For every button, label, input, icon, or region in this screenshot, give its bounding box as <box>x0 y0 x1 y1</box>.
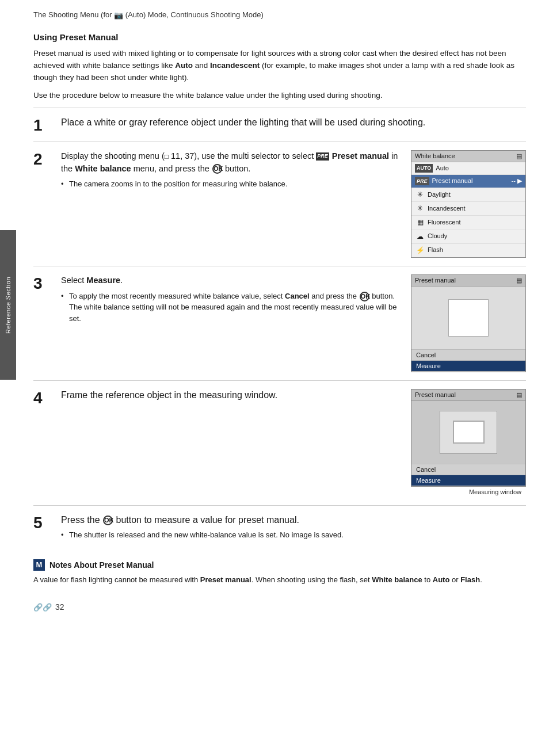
wb-label-preset: Preset manual <box>432 176 473 186</box>
step-4-main: Frame the reference object in the measur… <box>61 389 526 497</box>
white-balance-screen: White balance ▤ AUTO Auto PRE P <box>411 150 526 258</box>
step-3-bullet: To apply the most recently measured whit… <box>61 291 401 324</box>
side-tab: Reference Section <box>0 230 16 380</box>
wb-screen-icon: ▤ <box>516 152 522 160</box>
steps-container: 1 Place a white or gray reference object… <box>33 108 526 505</box>
intro-paragraph-1: Preset manual is used with mixed lightin… <box>33 48 526 84</box>
wb-icon-flash: ⚡ <box>415 245 425 256</box>
step-4-screen-wrapper: Preset manual ▤ Cancel <box>411 389 526 497</box>
notes-section: M Notes About Preset Manual A value for … <box>33 559 526 586</box>
preset-screen-3-header: Preset manual ▤ <box>411 275 525 287</box>
step-2-title: Display the shooting menu (□ 11, 37), us… <box>61 150 401 175</box>
step-3-text: Select Measure. To apply the most recent… <box>61 274 401 324</box>
intro-paragraph-2: Use the procedure below to measure the w… <box>33 90 526 102</box>
preset-screen-4-icon: ▤ <box>516 391 522 399</box>
step-1-content: Place a white or gray reference object u… <box>61 116 526 132</box>
step-5: 5 Press the OK button to measure a value… <box>33 505 526 549</box>
preset-manual-screen-3: Preset manual ▤ Cancel Measure <box>411 274 526 372</box>
step-2-text: Display the shooting menu (□ 11, 37), us… <box>61 150 401 190</box>
step-5-title: Press the OK button to measure a value f… <box>61 514 526 526</box>
step-4-number: 4 <box>33 389 61 406</box>
wb-screen-header: White balance ▤ <box>411 151 525 162</box>
measure-outer <box>440 411 497 454</box>
notes-title-row: M Notes About Preset Manual <box>33 559 526 571</box>
step-1: 1 Place a white or gray reference object… <box>33 108 526 142</box>
wb-label-fluorescent: Fluorescent <box>428 217 460 228</box>
wb-badge-pre: PRE <box>415 177 429 185</box>
wb-row-fluorescent: ▦ Fluorescent <box>411 216 525 230</box>
wb-label-auto: Auto <box>436 163 449 174</box>
notes-icon: M <box>33 559 45 571</box>
wb-label-flash: Flash <box>428 245 443 255</box>
ok-button-icon-3: OK <box>103 516 113 525</box>
preset-measure-row: Measure <box>411 361 525 372</box>
notes-body: A value for flash lighting cannot be mea… <box>33 574 526 586</box>
side-tab-label: Reference Section <box>5 277 12 334</box>
step-5-content: Press the OK button to measure a value f… <box>61 514 526 541</box>
wb-icon-cloudy: ☁ <box>415 231 425 242</box>
preset-viewfinder-3 <box>411 287 525 350</box>
step-3: 3 Select Measure. To apply the most rece… <box>33 266 526 380</box>
wb-badge-auto: AUTO <box>415 164 433 172</box>
ok-button-icon: OK <box>212 164 222 174</box>
preset-footer-3: Cancel Measure <box>411 350 525 372</box>
step-4-title: Frame the reference object in the measur… <box>61 389 401 402</box>
main-content: The Shooting Menu (for 📷 (Auto) Mode, Co… <box>16 0 549 623</box>
wb-row-incandescent: ✳ Incandescent <box>411 202 525 216</box>
preset-viewfinder-4 <box>411 401 525 464</box>
wb-label-cloudy: Cloudy <box>428 231 447 242</box>
step-4-text: Frame the reference object in the measur… <box>61 389 401 405</box>
step-2-content: Display the shooting menu (□ 11, 37), us… <box>61 150 526 258</box>
preset-manual-screen-4: Preset manual ▤ Cancel <box>411 389 526 487</box>
preset-screen-4-title: Preset manual <box>415 391 456 399</box>
step-5-number: 5 <box>33 514 61 531</box>
wb-arrow-preset: -- ▶ <box>512 176 522 186</box>
camera-icon: 📷 <box>114 11 123 20</box>
preset-measure-row-4: Measure <box>411 475 525 486</box>
wb-screen-title: White balance <box>415 152 455 159</box>
step-4-content: Frame the reference object in the measur… <box>61 389 526 497</box>
page-wrapper: Reference Section The Shooting Menu (for… <box>0 0 549 756</box>
preset-cancel-row-4: Cancel <box>411 464 525 475</box>
notes-title: Notes About Preset Manual <box>49 560 154 570</box>
wb-row-auto: AUTO Auto <box>411 162 525 175</box>
preset-white-box <box>448 299 489 337</box>
page-footer: 🔗🔗 32 <box>33 602 526 612</box>
step-3-content: Select Measure. To apply the most recent… <box>61 274 526 372</box>
step-3-number: 3 <box>33 274 61 292</box>
wb-label-daylight: Daylight <box>428 190 451 200</box>
wb-screen-body: AUTO Auto PRE Preset manual -- ▶ ✳ <box>411 162 525 257</box>
step-5-bullet: The shutter is released and the new whit… <box>61 529 526 541</box>
step-2-bullet: The camera zooms in to the position for … <box>61 178 401 190</box>
preset-screen-3-title: Preset manual <box>415 277 456 284</box>
step-1-number: 1 <box>33 116 61 133</box>
wb-label-incandescent: Incandescent <box>428 204 465 214</box>
section-title: Using Preset Manual <box>33 32 526 42</box>
step-4: 4 Frame the reference object in the meas… <box>33 380 526 505</box>
step-3-main: Select Measure. To apply the most recent… <box>61 274 526 372</box>
wb-row-cloudy: ☁ Cloudy <box>411 230 525 244</box>
preset-screen-4-header: Preset manual ▤ <box>411 390 525 401</box>
measuring-window-label: Measuring window <box>464 487 526 497</box>
wb-icon-fluorescent: ▦ <box>415 217 425 228</box>
step-2-main: Display the shooting menu (□ 11, 37), us… <box>61 150 526 258</box>
page-number: 32 <box>55 602 64 612</box>
wb-row-daylight: ✳ Daylight <box>411 188 525 202</box>
step-3-title: Select Measure. <box>61 274 401 287</box>
page-number-icon: 🔗🔗 <box>33 603 52 612</box>
step-1-title: Place a white or gray reference object u… <box>61 116 526 129</box>
wb-row-preset: PRE Preset manual -- ▶ <box>411 175 525 188</box>
page-header: The Shooting Menu (for 📷 (Auto) Mode, Co… <box>33 10 526 20</box>
pre-badge: PRE <box>316 152 329 161</box>
wb-row-flash: ⚡ Flash <box>411 244 525 257</box>
step-2-number: 2 <box>33 150 61 167</box>
preset-cancel-row: Cancel <box>411 350 525 361</box>
wb-icon-incandescent: ✳ <box>415 203 425 214</box>
preset-screen-3-icon: ▤ <box>516 277 522 284</box>
ok-button-icon-2: OK <box>360 292 369 301</box>
measure-inner <box>453 421 485 444</box>
wb-icon-daylight: ✳ <box>415 189 425 200</box>
preset-footer-4: Cancel Measure <box>411 464 525 486</box>
step-2: 2 Display the shooting menu (□ 11, 37), … <box>33 142 526 266</box>
